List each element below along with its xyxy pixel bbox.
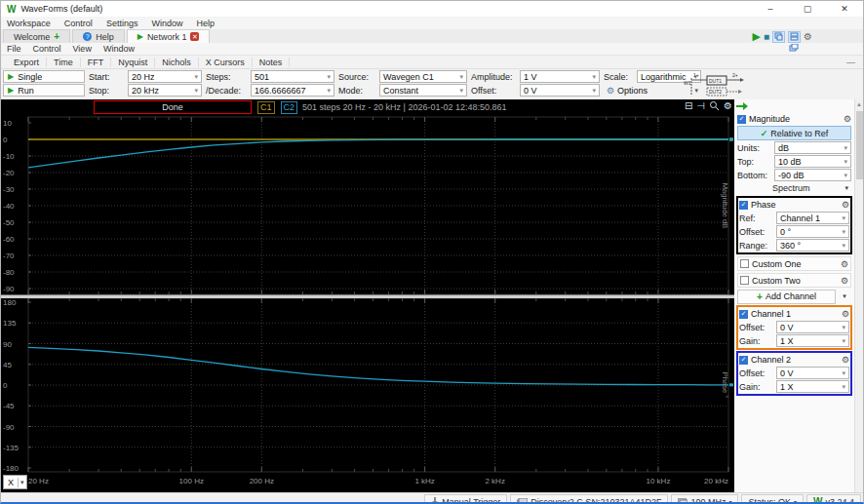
status-indicator[interactable]: Status: OK ▾ — [741, 494, 804, 504]
tab-welcome[interactable]: Welcome + — [3, 29, 70, 43]
steps-select[interactable]: 501▾ — [251, 70, 334, 83]
custom-one-section[interactable]: Custom One ⚙ — [737, 256, 851, 271]
offset-select[interactable]: 0 V▾ — [520, 84, 600, 97]
toolbar-export[interactable]: Export — [7, 58, 47, 67]
scroll-up-icon[interactable]: ▲ — [856, 101, 862, 107]
minimize-button[interactable]: – — [752, 1, 789, 17]
bottom-select[interactable]: -90 dB▾ — [774, 169, 851, 181]
channel-1-gear-icon[interactable]: ⚙ — [842, 309, 849, 319]
ref-label: Ref: — [739, 213, 774, 223]
device-selector[interactable]: Discovery2 C SN:210321A41D2F — [510, 494, 668, 504]
toolbar-nyquist[interactable]: Nyquist — [111, 58, 155, 67]
diagram-w1-label: W1 — [684, 80, 691, 86]
add-tab-icon[interactable]: + — [54, 31, 59, 42]
x-axis-button[interactable]: X ▾ — [3, 475, 27, 489]
status-bar: Manual Trigger Discovery2 C SN:210321A41… — [1, 492, 863, 504]
channel-1-gain-select[interactable]: 1 X▾ — [776, 334, 849, 347]
collapse-sidebar-arrow-icon[interactable] — [736, 102, 748, 110]
scrollbar-thumb[interactable] — [856, 111, 863, 179]
menu-settings[interactable]: Settings — [106, 19, 138, 28]
menu-window-2[interactable]: Window — [103, 44, 135, 54]
run-all-icon[interactable]: ▶ — [753, 30, 761, 43]
channel-2-offset-select[interactable]: 0 V▾ — [776, 367, 849, 379]
menu-workspace[interactable]: Workspace — [7, 19, 51, 28]
channel-1-gain-label: Gain: — [739, 336, 774, 346]
magnitude-gear-icon[interactable]: ⚙ — [844, 114, 851, 124]
stop-all-icon[interactable]: ■ — [764, 31, 769, 42]
plot-ylabel: Magnitude dB — [721, 183, 729, 228]
amplitude-select[interactable]: 1 V▾ — [520, 70, 600, 83]
hand-icon — [431, 497, 439, 504]
tab-bar: Welcome + ? Help ▶ Network 1 ✕ ▶ ■ ⚙ — [1, 29, 863, 43]
undock-icon[interactable] — [789, 44, 799, 55]
zoom-icon[interactable] — [709, 100, 720, 111]
stop-select[interactable]: 20 kHz▾ — [128, 84, 202, 97]
menu-help[interactable]: Help — [196, 19, 215, 28]
fit-view-icon[interactable]: ⊟ — [685, 100, 692, 111]
tab-help[interactable]: ? Help — [72, 29, 125, 43]
windows-tile-icon[interactable] — [788, 31, 801, 43]
toolbar-nichols[interactable]: Nichols — [155, 58, 199, 67]
mode-select[interactable]: Constant▾ — [379, 84, 467, 97]
magnitude-checkbox[interactable]: ✓ — [737, 115, 746, 124]
windows-cascade-icon[interactable] — [772, 31, 785, 43]
single-button[interactable]: ▶ Single — [3, 70, 85, 83]
sidebar-scrollbar[interactable]: ▲ — [854, 99, 864, 492]
channel-sidebar: ✓ Magnitude ⚙ ✓ Relative to Ref Units: d… — [734, 99, 864, 492]
add-channel-button[interactable]: + Add Channel — [737, 290, 836, 304]
plot-settings-gear-icon[interactable]: ⚙ — [724, 100, 732, 111]
spectrum-dropdown[interactable]: Spectrum ▾ — [737, 182, 851, 194]
menu-control-2[interactable]: Control — [33, 44, 61, 54]
tab-network-1[interactable]: ▶ Network 1 ✕ — [127, 29, 211, 43]
app-menubar: Workspace Control Settings Window Help — [1, 17, 863, 29]
ref-select[interactable]: Channel 1▾ — [776, 212, 849, 224]
custom-two-gear-icon[interactable]: ⚙ — [841, 276, 848, 286]
sweep-controls: ▶ Single Start: 20 Hz▾ Steps: 501▾ Sourc… — [1, 68, 863, 99]
top-select[interactable]: 10 dB▾ — [774, 155, 851, 168]
custom-two-section[interactable]: Custom Two ⚙ — [737, 273, 851, 288]
channel-1-checkbox[interactable]: ✓ — [739, 310, 748, 319]
channel-2-checkbox[interactable]: ✓ — [739, 356, 748, 365]
dock-view-icon[interactable]: ⊣ — [696, 100, 705, 111]
custom-one-checkbox[interactable] — [740, 259, 749, 268]
toolbar-time[interactable]: Time — [47, 58, 81, 67]
manual-trigger-button[interactable]: Manual Trigger — [424, 494, 507, 504]
c1-badge[interactable]: C1 — [257, 101, 275, 114]
custom-one-gear-icon[interactable]: ⚙ — [841, 259, 848, 269]
custom-two-checkbox[interactable] — [740, 276, 749, 285]
menu-file[interactable]: File — [7, 44, 21, 54]
toolbar-notes[interactable]: Notes — [253, 58, 291, 67]
toolbar-x-cursors[interactable]: X Cursors — [199, 58, 253, 67]
y-tick-label: -90 — [3, 423, 15, 432]
run-button[interactable]: ▶ Run — [3, 84, 85, 97]
phase-gear-icon[interactable]: ⚙ — [842, 200, 849, 210]
menu-window[interactable]: Window — [151, 19, 182, 28]
source-select[interactable]: Wavegen C1▾ — [379, 70, 467, 83]
chevron-down-icon: ▾ — [843, 337, 846, 345]
phase-offset-select[interactable]: 0 °▾ — [776, 225, 849, 238]
close-tab-icon[interactable]: ✕ — [190, 32, 199, 41]
collapse-toolbar-icon[interactable]: — — [846, 58, 855, 67]
workspace-gear-icon[interactable]: ⚙ — [804, 31, 812, 42]
channel-1-offset-select[interactable]: 0 V▾ — [776, 321, 849, 333]
decade-select[interactable]: 166.6666667▾ — [251, 84, 334, 97]
start-select[interactable]: 20 Hz▾ — [128, 70, 202, 83]
channel-2-gain-select[interactable]: 1 X▾ — [776, 380, 849, 393]
menu-control[interactable]: Control — [64, 19, 93, 28]
frequency-axis: X ▾ 20 Hz100 Hz200 Hz1 kHz2 kHz10 kHz20 … — [1, 474, 734, 492]
relative-to-ref-button[interactable]: ✓ Relative to Ref — [737, 126, 851, 140]
channel-2-offset-label: Offset: — [739, 368, 774, 378]
add-channel-dropdown[interactable]: ▾ — [838, 291, 851, 303]
toolbar-fft[interactable]: FFT — [81, 58, 112, 67]
maximize-button[interactable]: ▢ — [789, 1, 826, 17]
bode-plot[interactable]: 100-10-20-30-40-50-60-70-80-90Magnitude … — [1, 115, 734, 474]
close-button[interactable]: ✕ — [826, 1, 863, 17]
menu-view[interactable]: View — [73, 44, 92, 54]
channel-2-gear-icon[interactable]: ⚙ — [842, 355, 849, 365]
c2-badge[interactable]: C2 — [281, 101, 298, 114]
range-select[interactable]: 360 °▾ — [776, 239, 849, 252]
phase-checkbox[interactable]: ✓ — [739, 201, 748, 210]
units-select[interactable]: dB▾ — [774, 141, 851, 154]
frequency-selector[interactable]: 100 MHz ▾ — [671, 494, 738, 504]
stop-label: Stop: — [89, 86, 124, 96]
